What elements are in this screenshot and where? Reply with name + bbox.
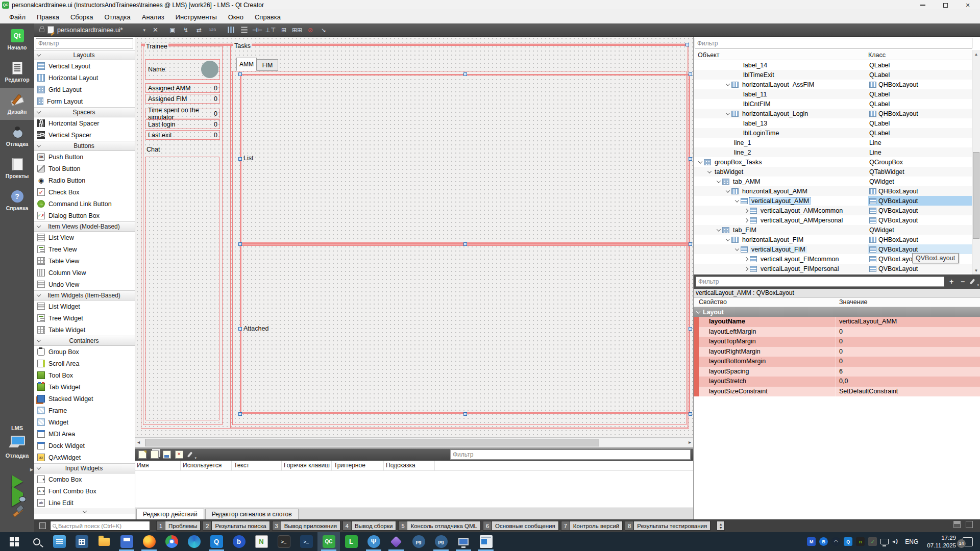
widget-filter-input[interactable] — [36, 38, 133, 48]
expander-icon[interactable] — [707, 169, 712, 173]
delete-action-icon[interactable] — [175, 450, 183, 459]
pane-spinner[interactable]: ▲▼ — [717, 521, 725, 531]
tree-row-verticalLayout_AMMpersonal[interactable]: verticalLayout_AMMpersonalQVBoxLayout — [694, 215, 972, 225]
property-row-layoutTopMargin[interactable]: layoutTopMargin0 — [694, 337, 980, 347]
widget-item-Line Edit[interactable]: abLine Edit — [34, 497, 135, 509]
widget-category-Layouts[interactable]: Layouts — [34, 50, 135, 60]
layout-horizontal-splitter-icon[interactable]: ⊣⊢ — [252, 26, 262, 35]
tree-row-horizontalLayout_AssFIM[interactable]: horizontalLayout_AssFIMQHBoxLayout — [694, 80, 972, 89]
widget-item-Tree View[interactable]: Tree View — [34, 243, 135, 255]
selection-handle[interactable] — [463, 242, 467, 246]
widget-item-Form Layout[interactable]: Form Layout — [34, 95, 135, 107]
tree-row-label_14[interactable]: label_14QLabel — [694, 60, 972, 70]
property-filter-input[interactable] — [696, 277, 944, 287]
widget-item-Table View[interactable]: Table View — [34, 255, 135, 267]
maximize-button[interactable] — [934, 0, 957, 10]
menu-item-Справка[interactable]: Справка — [250, 12, 286, 22]
inspector-filter-input[interactable] — [695, 38, 972, 48]
output-pane-Вывод приложения[interactable]: 3Вывод приложения — [272, 521, 340, 531]
q-tray-icon[interactable]: Q — [844, 537, 852, 546]
selection-handle[interactable] — [238, 412, 242, 416]
expander-icon[interactable] — [726, 111, 730, 115]
menu-item-Окно[interactable]: Окно — [223, 12, 249, 22]
edit-signals-slots-icon[interactable]: ↯ — [181, 26, 191, 35]
widget-item-Font Combo Box[interactable]: AFont Combo Box — [34, 485, 135, 497]
widget-category-Item Widgets (Item-Based)[interactable]: Item Widgets (Item-Based) — [34, 290, 135, 300]
expander-icon[interactable] — [735, 198, 739, 202]
menu-item-Правка[interactable]: Правка — [32, 12, 64, 22]
tree-row-verticalLayout_AMMcommon[interactable]: verticalLayout_AMMcommonQVBoxLayout — [694, 206, 972, 215]
selection-handle[interactable] — [463, 412, 467, 416]
close-button[interactable]: ✕ — [957, 0, 979, 10]
vertical-layout-amm-personal-rect[interactable]: Attached — [240, 244, 690, 414]
tab-FIM[interactable]: FIM — [257, 59, 278, 71]
widget-item-Frame[interactable]: Frame — [34, 405, 135, 416]
output-pane-Результаты тестирования[interactable]: 8Результаты тестирования — [625, 521, 710, 531]
layout-horizontal-icon[interactable] — [226, 26, 236, 35]
trainee-field-Assigned AMM[interactable]: Assigned AMM0 — [145, 83, 220, 93]
cmd-icon[interactable]: >_ — [273, 532, 295, 551]
selection-handle[interactable] — [689, 72, 692, 76]
widget-item-Tool Button[interactable]: Tool Button — [34, 163, 135, 174]
configure-actions-icon[interactable] — [187, 450, 195, 459]
layout-vertical-splitter-icon[interactable]: ⊥⊤ — [265, 26, 276, 35]
fullscreen-icon[interactable] — [966, 521, 973, 528]
tree-row-tab_AMM[interactable]: tab_AMMQWidget — [694, 177, 972, 186]
menu-item-Инструменты[interactable]: Инструменты — [170, 12, 222, 22]
widget-item-Grid Layout[interactable]: Grid Layout — [34, 84, 135, 95]
configure-icon[interactable] — [970, 278, 978, 286]
tree-row-tabWidget[interactable]: tabWidgetQTabWidget — [694, 167, 972, 177]
postgres-1-icon[interactable]: pg — [407, 532, 430, 551]
adjust-size-icon[interactable]: ↘ — [318, 26, 329, 35]
firefox-icon[interactable] — [138, 532, 160, 551]
widget-item-List View[interactable]: List View — [34, 232, 135, 243]
selection-handle[interactable] — [689, 412, 692, 416]
selection-handle[interactable] — [238, 157, 242, 161]
selection-handle[interactable] — [238, 327, 242, 331]
widget-item-Tool Box[interactable]: Tool Box — [34, 369, 135, 381]
scroll-right-icon[interactable]: ▸ — [689, 439, 691, 445]
start-icon[interactable] — [3, 532, 26, 551]
widget-category-Input Widgets[interactable]: Input Widgets — [34, 463, 135, 473]
document-dropdown-icon[interactable]: ▾ — [143, 28, 146, 33]
tree-row-line_2[interactable]: line_2Line — [694, 147, 972, 157]
expander-icon[interactable] — [717, 179, 721, 183]
system-info-icon[interactable] — [48, 532, 70, 551]
copy-action-icon[interactable] — [151, 450, 159, 459]
tab-AMM[interactable]: AMM — [236, 58, 257, 71]
canvas-h-scrollbar[interactable]: ◂ ▸ — [135, 437, 693, 448]
build-button[interactable] — [11, 505, 24, 518]
tree-row-horizontalLayout_Login[interactable]: horizontalLayout_LoginQHBoxLayout — [694, 109, 972, 118]
property-row-layoutName[interactable]: layoutNameverticalLayout_AMM — [694, 317, 980, 327]
widget-item-Horizontal Spacer[interactable]: Horizontal Spacer — [34, 117, 135, 129]
widget-item-Stacked Widget[interactable]: Stacked Widget — [34, 393, 135, 405]
remote-desktop-icon[interactable] — [452, 532, 475, 551]
search-icon[interactable] — [26, 532, 48, 551]
widget-item-Vertical Layout[interactable]: Vertical Layout — [34, 60, 135, 72]
widget-item-Group Box[interactable]: Group Box — [34, 346, 135, 358]
avatar-placeholder[interactable] — [201, 61, 218, 78]
tab-Редактор действий[interactable]: Редактор действий — [136, 509, 204, 519]
close-document-icon[interactable]: ✕ — [153, 26, 158, 34]
network-icon[interactable] — [880, 539, 889, 544]
property-row-layoutBottomMargin[interactable]: layoutBottomMargin0 — [694, 357, 980, 367]
widget-category-Spacers[interactable]: Spacers — [34, 107, 135, 117]
tree-row-line_1[interactable]: line_1Line — [694, 138, 972, 147]
expander-icon[interactable] — [744, 257, 748, 261]
widget-item-Horizontal Layout[interactable]: Horizontal Layout — [34, 72, 135, 84]
widget-item-List Widget[interactable]: List Widget — [34, 300, 135, 312]
selection-handle[interactable] — [689, 157, 692, 161]
widget-item-Radio Button[interactable]: ◉Radio Button — [34, 174, 135, 186]
widget-item-MDI Area[interactable]: MDI Area — [34, 428, 135, 440]
tree-row-verticalLayout_FIMpersonal[interactable]: verticalLayout_FIMpersonalQVBoxLayout — [694, 264, 972, 273]
scroll-up-icon[interactable]: ▲ — [972, 50, 980, 58]
widget-item-Table Widget[interactable]: Table Widget — [34, 324, 135, 336]
tree-row-label_11[interactable]: label_11QLabel — [694, 89, 972, 99]
locator-search[interactable]: Быстрый поиск (Ctrl+K) — [50, 521, 150, 531]
trainee-field-Last login[interactable]: Last login0 — [145, 119, 220, 129]
widget-item-Dialog Button Box[interactable]: ✓✗Dialog Button Box — [34, 210, 135, 221]
kit-arrow-icon[interactable]: ▶ — [30, 467, 33, 472]
selection-handle[interactable] — [689, 242, 692, 246]
mode-Проекты[interactable]: Проекты — [0, 152, 34, 184]
break-layout-icon[interactable]: ⊘ — [305, 26, 315, 35]
